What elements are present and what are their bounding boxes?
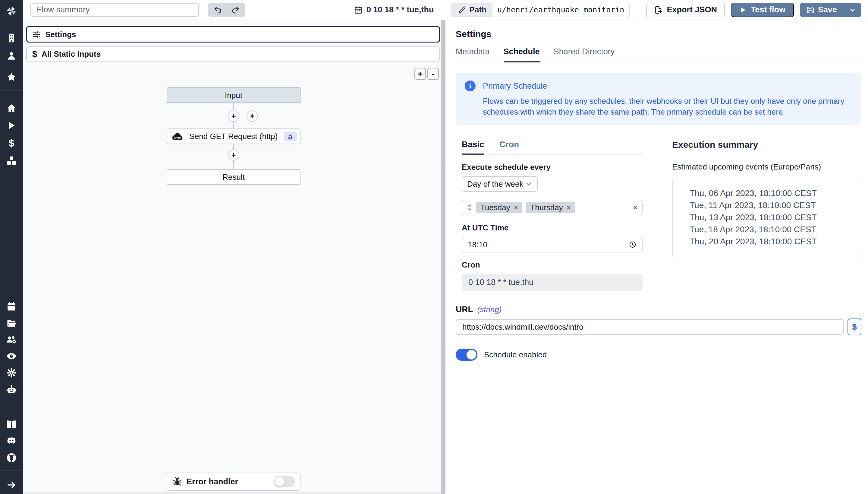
pencil-icon [458, 6, 466, 14]
clock-icon[interactable] [629, 241, 636, 248]
schedule-columns: Basic Cron Execute schedule every Day of… [456, 140, 861, 291]
save-split-button: Save [800, 3, 861, 17]
frequency-value: Day of the week [467, 179, 523, 189]
url-type-hint: (string) [477, 305, 502, 314]
save-label: Save [818, 5, 837, 15]
export-json-label: Export JSON [667, 5, 717, 15]
schedule-enabled-label: Schedule enabled [484, 350, 547, 360]
undo-button[interactable] [209, 4, 226, 16]
url-input[interactable] [456, 319, 844, 335]
variable-picker-button[interactable]: $ [848, 319, 861, 335]
all-static-inputs-box[interactable]: $ All Static Inputs [26, 46, 440, 61]
tab-shared-directory[interactable]: Shared Directory [554, 47, 615, 62]
play-icon [739, 6, 747, 14]
tab-basic[interactable]: Basic [462, 140, 484, 155]
sidebar-item-variables[interactable]: $ [5, 136, 18, 150]
undo-redo-group [208, 3, 245, 17]
sidebar-item-user[interactable] [5, 49, 18, 62]
info-content: Primary Schedule Flows can be triggered … [483, 80, 850, 117]
frequency-select[interactable]: Day of the week [462, 176, 538, 192]
tab-cron[interactable]: Cron [499, 140, 519, 154]
save-dropdown-button[interactable] [844, 3, 861, 17]
gear-icon [6, 367, 17, 378]
sidebar-item-workers[interactable] [5, 383, 18, 396]
sidebar-item-resources[interactable] [5, 154, 18, 167]
sidebar-item-settings[interactable] [5, 366, 18, 379]
error-handler-label: Error handler [186, 477, 238, 487]
windmill-logo-icon[interactable] [5, 4, 18, 18]
schedule-enabled-toggle[interactable] [456, 349, 477, 361]
sidebar-item-audit-logs[interactable] [5, 349, 18, 363]
calendar-icon [6, 301, 17, 311]
app: $ [0, 0, 868, 494]
trigger-button[interactable] [246, 110, 258, 122]
test-flow-button[interactable]: Test flow [731, 3, 794, 17]
sidebar-item-folders[interactable] [5, 317, 18, 330]
sidebar-item-favorites[interactable] [5, 70, 18, 83]
sidebar-item-runs[interactable] [5, 119, 18, 132]
flow-node-http[interactable]: HTTP Send GET Request (http) a [167, 129, 300, 144]
flow-node-input[interactable]: Input [167, 88, 300, 103]
schedule-form: Basic Cron Execute schedule every Day of… [462, 140, 643, 291]
tab-metadata[interactable]: Metadata [456, 47, 490, 62]
save-button[interactable]: Save [800, 3, 844, 17]
error-handler-toggle[interactable] [274, 476, 295, 487]
day-tag-label: Tuesday [480, 203, 510, 212]
sidebar-collapse-button[interactable] [5, 478, 18, 492]
sidebar-item-groups[interactable] [5, 333, 18, 346]
flow-node-result[interactable]: Result [167, 169, 300, 185]
error-handler-box[interactable]: Error handler [167, 473, 300, 491]
url-row: $ [456, 319, 861, 335]
user-icon [6, 51, 17, 61]
flow-settings-box[interactable]: Settings [26, 26, 440, 42]
redo-button[interactable] [226, 4, 244, 16]
github-icon [6, 452, 17, 463]
clear-all-icon[interactable]: × [633, 203, 638, 212]
utc-time-input[interactable]: 18:10 [462, 237, 643, 252]
path-value[interactable]: u/henri/earthquake_monitorin [492, 3, 629, 17]
discord-icon [6, 435, 17, 446]
sidebar-item-github[interactable] [5, 451, 18, 464]
canvas-zoom-out-button[interactable]: - [427, 68, 439, 80]
settings-title: Settings [456, 29, 861, 39]
node-badge: a [283, 132, 297, 141]
url-label: URL (string) [456, 305, 861, 314]
flow-summary-input[interactable] [30, 3, 199, 17]
add-step-button[interactable]: + [228, 110, 239, 122]
schedule-mode-tabs: Basic Cron [462, 140, 643, 155]
flow-node-http-label: Send GET Request (http) [190, 132, 278, 141]
remove-tag-icon[interactable]: × [514, 204, 518, 211]
url-section: URL (string) $ [456, 305, 861, 335]
sidebar-item-docs[interactable] [5, 418, 18, 431]
primary-schedule-info-box: i Primary Schedule Flows can be triggere… [456, 73, 861, 125]
undo-icon [213, 5, 222, 15]
main: 0 10 18 * * tue,thu Path u/henri/earthqu… [23, 0, 868, 494]
path-badge[interactable]: Path [452, 3, 492, 17]
user-group-icon [6, 334, 17, 346]
path-group[interactable]: Path u/henri/earthquake_monitorin [452, 3, 630, 17]
sidebar-item-schedules[interactable] [5, 300, 18, 313]
sidebar-item-discord[interactable] [5, 434, 18, 448]
upcoming-events-box: Thu, 06 Apr 2023, 18:10:00 CEST Tue, 11 … [672, 178, 861, 257]
schedule-enabled-row: Schedule enabled [456, 349, 861, 361]
sidebar-item-workspace[interactable] [5, 31, 18, 45]
book-icon [6, 419, 17, 430]
http-cloud-icon: HTTP [171, 130, 184, 144]
canvas-zoom-in-button[interactable]: + [414, 68, 426, 80]
remove-tag-icon[interactable]: × [567, 204, 571, 211]
calendar-clock-icon [354, 5, 363, 15]
export-json-button[interactable]: Export JSON [646, 3, 725, 17]
eye-icon [6, 350, 17, 362]
add-step-button[interactable]: + [228, 149, 239, 161]
execution-summary-title: Execution summary [672, 140, 861, 155]
cron-preview-text: 0 10 18 * * tue,thu [367, 5, 434, 15]
days-multiselect[interactable]: Tuesday × Thursday × × [462, 200, 643, 215]
tab-schedule[interactable]: Schedule [504, 47, 540, 62]
sidebar-item-home[interactable] [5, 102, 18, 115]
panel-splitter[interactable] [441, 20, 446, 494]
info-title: Primary Schedule [483, 81, 850, 91]
info-icon: i [465, 80, 476, 91]
test-flow-label: Test flow [751, 5, 785, 15]
info-body: Flows can be triggered by any schedules,… [483, 96, 850, 117]
execute-schedule-label: Execute schedule every [462, 163, 643, 172]
